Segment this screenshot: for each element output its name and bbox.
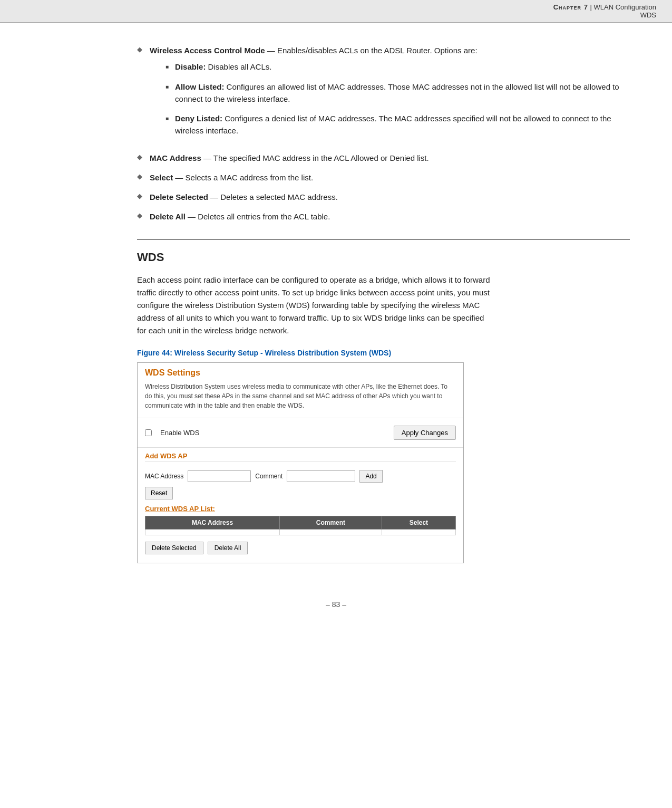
square-icon-deny: ■ [165,114,169,123]
bullet-item-wacm: ◆ Wireless Access Control Mode — Enables… [137,44,630,145]
col-select: Select [382,516,455,529]
sub-text-deny: Deny Listed: Configures a denied list of… [175,112,630,137]
diamond-icon-delete-sel: ◆ [137,192,142,200]
add-button[interactable]: Add [359,470,382,483]
page-footer: – 83 – [0,584,672,619]
col-mac-address: MAC Address [145,516,280,529]
bullet-text-wacm: Wireless Access Control Mode — Enables/d… [150,44,630,145]
delete-all-button[interactable]: Delete All [208,542,248,554]
wds-current-title: Current WDS AP List: [145,505,456,513]
wds-ap-table: MAC Address Comment Select [145,516,456,535]
diamond-icon-mac: ◆ [137,153,142,161]
wds-bottom-buttons: Delete Selected Delete All [145,540,456,559]
cell-comment [280,529,382,535]
select-bold: Select [150,173,173,182]
delete-selected-button[interactable]: Delete Selected [145,542,203,554]
bullet-text-delete-all: Delete All — Deletes all entries from th… [150,210,330,223]
header-title-line2: WDS [640,11,656,19]
wds-current-section: Current WDS AP List: MAC Address Comment… [138,501,463,563]
mac-text: — The specified MAC address in the ACL A… [201,153,429,162]
delete-all-bold: Delete All [150,212,186,221]
comment-label: Comment [255,473,283,480]
wacm-bold: Wireless Access Control Mode [150,46,265,55]
sub-bullet-deny: ■ Deny Listed: Configures a denied list … [165,112,630,137]
wds-description: Each access point radio interface can be… [137,274,495,337]
bullet-section: ◆ Wireless Access Control Mode — Enables… [137,44,630,223]
page-header: Chapter 7 | WLAN Configuration WDS [0,0,672,23]
bullet-item-mac: ◆ MAC Address — The specified MAC addres… [137,152,630,164]
wds-enable-row: Enable WDS Apply Changes [138,418,463,448]
mac-bold: MAC Address [150,153,201,162]
reset-button[interactable]: Reset [145,487,173,499]
bullet-text-delete-sel: Delete Selected — Deletes a selected MAC… [150,191,338,203]
enable-wds-label[interactable]: Enable WDS [160,429,199,437]
header-separator: | [590,3,594,11]
apply-changes-button[interactable]: Apply Changes [394,426,456,440]
footer-text: – 83 – [326,600,346,609]
wds-add-title: Add WDS AP [145,452,456,461]
sub-bullets: ■ Disable: Disables all ACLs. ■ Allow Li… [165,61,630,137]
wds-add-row: MAC Address Comment Add [145,466,456,485]
figure-label: Figure 44: Wireless Security Setup - Wir… [137,349,630,357]
main-content: ◆ Wireless Access Control Mode — Enables… [0,23,672,584]
wds-box-description: Wireless Distribution System uses wirele… [138,380,463,418]
diamond-icon-select: ◆ [137,172,142,180]
diamond-icon: ◆ [137,45,142,53]
mac-address-label: MAC Address [145,473,183,480]
delete-all-text: — Deletes all entries from the ACL table… [186,212,330,221]
diamond-icon-delete-all: ◆ [137,211,142,219]
wds-settings-box: WDS Settings Wireless Distribution Syste… [137,362,464,563]
bullet-item-select: ◆ Select — Selects a MAC address from th… [137,171,630,184]
cell-mac [145,529,280,535]
chapter-label: Chapter 7 [553,3,588,11]
cell-select [382,529,455,535]
wds-box-title: WDS Settings [138,363,463,380]
sub-bullet-allow: ■ Allow Listed: Configures an allowed li… [165,81,630,105]
bullet-text-mac: MAC Address — The specified MAC address … [150,152,429,164]
comment-input[interactable] [287,470,355,482]
bullet-item-delete-all: ◆ Delete All — Deletes all entries from … [137,210,630,223]
reset-row: Reset [145,485,456,499]
section-divider [137,239,630,240]
table-header-row: MAC Address Comment Select [145,516,456,529]
sub-bullet-disable: ■ Disable: Disables all ACLs. [165,61,630,73]
bullet-text-select: Select — Selects a MAC address from the … [150,171,313,184]
col-comment: Comment [280,516,382,529]
table-row [145,529,456,535]
delete-sel-text: — Deletes a selected MAC address. [208,193,338,201]
chapter-info: Chapter 7 | WLAN Configuration WDS [553,3,656,19]
header-title-line1: WLAN Configuration [594,3,657,11]
square-icon-disable: ■ [165,63,169,71]
enable-wds-checkbox[interactable] [145,429,152,436]
square-icon-allow: ■ [165,83,169,91]
wds-add-section: Add WDS AP MAC Address Comment Add Reset [138,448,463,501]
mac-address-input[interactable] [188,470,251,482]
sub-text-allow: Allow Listed: Configures an allowed list… [175,81,630,105]
sub-text-disable: Disable: Disables all ACLs. [175,61,271,73]
wacm-text: — Enables/disables ACLs on the ADSL Rout… [265,46,478,55]
bullet-item-delete-selected: ◆ Delete Selected — Deletes a selected M… [137,191,630,203]
wds-heading: WDS [137,251,630,264]
delete-sel-bold: Delete Selected [150,193,208,201]
select-text: — Selects a MAC address from the list. [173,173,313,182]
